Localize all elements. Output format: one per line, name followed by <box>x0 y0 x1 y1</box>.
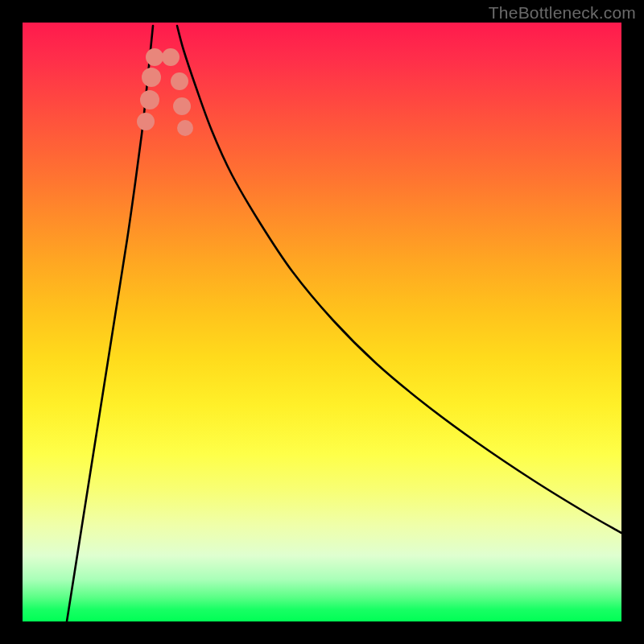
watermark-text: TheBottleneck.com <box>489 3 636 23</box>
valley-marker <box>142 68 161 87</box>
right-branch-curve <box>177 26 621 533</box>
valley-marker <box>140 90 159 109</box>
valley-marker <box>137 113 155 130</box>
curve-layer <box>23 23 621 621</box>
valley-marker <box>171 72 188 90</box>
valley-marker <box>173 97 191 115</box>
valley-marker <box>146 48 163 66</box>
valley-marker <box>177 120 193 136</box>
valley-marker <box>162 48 180 66</box>
valley-markers <box>137 48 193 136</box>
outer-frame: TheBottleneck.com <box>0 0 644 644</box>
plot-area <box>23 23 621 621</box>
